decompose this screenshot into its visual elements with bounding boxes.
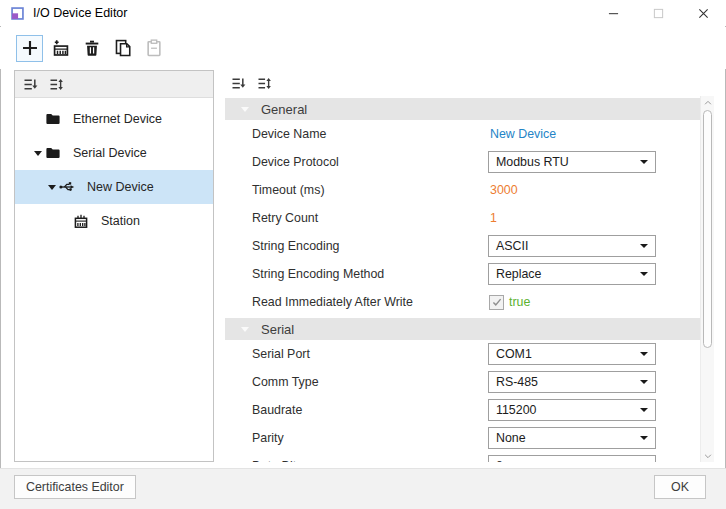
device-name-value[interactable]: New Device xyxy=(488,127,556,141)
property-label: Device Name xyxy=(252,127,326,141)
section-title: Serial xyxy=(261,322,294,337)
property-inspector-panel: GeneralDevice NameNew DeviceDevice Proto… xyxy=(225,70,714,462)
dropdown-value: 8 xyxy=(496,459,503,462)
tree-item-serial-device[interactable]: Serial Device xyxy=(15,136,213,170)
checkbox-value-label: true xyxy=(509,295,530,309)
chevron-down-icon xyxy=(640,160,648,164)
inspector-toolbar xyxy=(225,70,714,96)
property-row-device-name: Device NameNew Device xyxy=(225,120,700,148)
maximize-icon xyxy=(653,8,664,19)
read-immediately-after-write-checkbox[interactable] xyxy=(489,295,504,310)
expander-icon[interactable] xyxy=(45,185,59,190)
section-header-serial[interactable]: Serial xyxy=(225,318,700,340)
collapse-all-icon xyxy=(23,77,38,92)
copy-icon xyxy=(114,39,132,57)
string-encoding-dropdown[interactable]: ASCII xyxy=(488,235,656,257)
scroll-down-icon[interactable] xyxy=(701,449,714,462)
usb-device-icon xyxy=(59,179,79,195)
property-row-serial-port: Serial PortCOM1 xyxy=(225,340,700,368)
serial-port-dropdown[interactable]: COM1 xyxy=(488,343,656,365)
vertical-scrollbar[interactable] xyxy=(700,96,714,462)
delete-button[interactable] xyxy=(78,35,105,62)
chevron-down-icon xyxy=(640,380,648,384)
property-row-string-encoding-method: String Encoding MethodReplace xyxy=(225,260,700,288)
close-button[interactable] xyxy=(681,0,726,26)
property-row-baudrate: Baudrate115200 xyxy=(225,396,700,424)
expander-icon[interactable] xyxy=(31,151,45,156)
section-collapse-icon xyxy=(241,107,249,112)
string-encoding-method-dropdown[interactable]: Replace xyxy=(488,263,656,285)
tree-item-label: Serial Device xyxy=(73,146,147,160)
close-icon xyxy=(698,8,709,19)
certificates-editor-button[interactable]: Certificates Editor xyxy=(14,475,136,499)
window-title: I/O Device Editor xyxy=(33,6,127,20)
property-row-retry-count: Retry Count1 xyxy=(225,204,700,232)
chevron-down-icon xyxy=(640,408,648,412)
property-list: GeneralDevice NameNew DeviceDevice Proto… xyxy=(225,96,700,462)
property-label: Device Protocol xyxy=(252,155,339,169)
chevron-down-icon xyxy=(640,352,648,356)
dropdown-value: 115200 xyxy=(496,403,536,417)
tree-item-ethernet-device[interactable]: Ethernet Device xyxy=(15,102,213,136)
baudrate-dropdown[interactable]: 115200 xyxy=(488,399,656,421)
retry-count-value[interactable]: 1 xyxy=(488,211,497,225)
collapse-all-button[interactable] xyxy=(23,77,38,92)
station-add-icon xyxy=(52,39,70,57)
dropdown-value: Modbus RTU xyxy=(496,155,569,169)
add-station-button[interactable] xyxy=(47,35,74,62)
property-row-parity: ParityNone xyxy=(225,424,700,452)
paste-icon xyxy=(145,39,163,57)
scrollbar-thumb[interactable] xyxy=(703,110,712,348)
ok-button[interactable]: OK xyxy=(654,475,706,499)
collapse-all-button[interactable] xyxy=(231,76,246,91)
comm-type-dropdown[interactable]: RS-485 xyxy=(488,371,656,393)
expand-all-button[interactable] xyxy=(49,77,64,92)
tree-toolbar xyxy=(15,71,213,98)
data-bits-dropdown[interactable]: 8 xyxy=(488,455,656,462)
property-label: Baudrate xyxy=(252,403,302,417)
property-label: Comm Type xyxy=(252,375,319,389)
tree-item-label: New Device xyxy=(87,180,154,194)
property-label: Serial Port xyxy=(252,347,310,361)
dropdown-value: ASCII xyxy=(496,239,528,253)
property-row-timeout-ms: Timeout (ms)3000 xyxy=(225,176,700,204)
timeout-ms-value[interactable]: 3000 xyxy=(488,183,518,197)
expand-all-button[interactable] xyxy=(257,76,272,91)
tree-item-station[interactable]: Station xyxy=(15,204,213,238)
property-label: Parity xyxy=(252,431,284,445)
device-protocol-dropdown[interactable]: Modbus RTU xyxy=(488,151,656,173)
check-icon xyxy=(491,296,503,308)
titlebar: I/O Device Editor xyxy=(0,0,726,26)
section-header-general[interactable]: General xyxy=(225,98,700,120)
section-title: General xyxy=(261,102,307,117)
property-label: Read Immediately After Write xyxy=(252,295,413,309)
add-device-button[interactable] xyxy=(16,35,43,62)
tree-item-label: Station xyxy=(101,214,140,228)
property-row-comm-type: Comm TypeRS-485 xyxy=(225,368,700,396)
collapse-all-icon xyxy=(231,76,246,91)
scroll-up-icon[interactable] xyxy=(701,96,714,109)
tree-item-new-device[interactable]: New Device xyxy=(15,170,213,204)
minimize-icon xyxy=(608,8,619,19)
caption-buttons xyxy=(591,0,726,26)
main-toolbar xyxy=(0,27,726,69)
property-label: Timeout (ms) xyxy=(252,183,325,197)
minimize-button[interactable] xyxy=(591,0,636,26)
tree-item-label: Ethernet Device xyxy=(73,112,162,126)
property-label: Retry Count xyxy=(252,211,318,225)
maximize-button xyxy=(636,0,681,26)
chevron-down-icon xyxy=(640,244,648,248)
folder-icon xyxy=(45,111,65,127)
io-device-editor-window: I/O Device Editor Ethernet DeviceSerial … xyxy=(0,0,726,509)
copy-button[interactable] xyxy=(109,35,136,62)
chevron-down-icon xyxy=(640,272,648,276)
trash-icon xyxy=(83,39,101,57)
parity-dropdown[interactable]: None xyxy=(488,427,656,449)
property-label: String Encoding Method xyxy=(252,267,384,281)
expand-all-icon xyxy=(257,76,272,91)
dropdown-value: None xyxy=(496,431,526,445)
station-icon xyxy=(73,213,93,229)
chevron-down-icon xyxy=(640,436,648,440)
property-row-string-encoding: String EncodingASCII xyxy=(225,232,700,260)
footer-bar: Certificates Editor OK xyxy=(0,468,726,509)
